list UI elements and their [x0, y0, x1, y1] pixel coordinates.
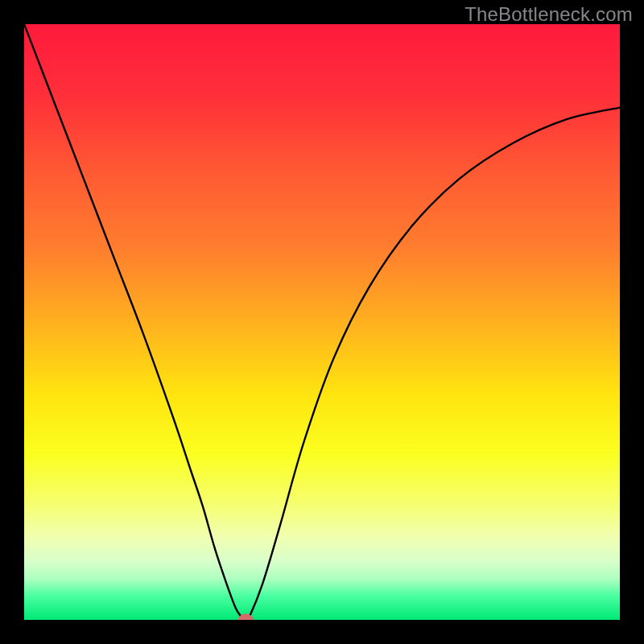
watermark-text: TheBottleneck.com [464, 3, 633, 26]
chart-background [24, 24, 620, 620]
chart-svg [24, 24, 620, 620]
chart-frame [24, 24, 620, 620]
